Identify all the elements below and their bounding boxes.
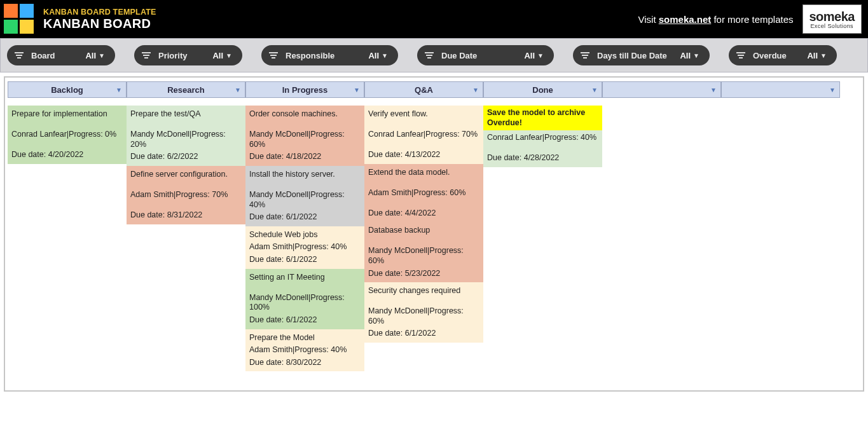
card[interactable]: Schedule Web jobs Adam Smith|Progress: 4…: [245, 226, 364, 269]
card-title-overdue: Save the model to archive Overdue!: [483, 106, 602, 130]
filter-responsible[interactable]: Responsible All ▼: [261, 45, 398, 65]
chevron-down-icon: ▼: [226, 52, 232, 59]
card-title: Verify event flow.: [368, 109, 479, 127]
app-title: KANBAN BOARD: [43, 17, 638, 31]
card-title: Prepare the test/QA: [130, 109, 242, 127]
filter-value: All: [680, 51, 691, 60]
chevron-down-icon: ▼: [537, 52, 544, 59]
chevron-down-icon: ▼: [693, 52, 699, 59]
card-overdue-label: Overdue!: [487, 118, 598, 128]
chevron-down-icon: ▼: [116, 86, 122, 93]
column-header[interactable]: In Progress ▼: [245, 81, 364, 98]
card-title: Schedule Web jobs: [249, 230, 361, 240]
card[interactable]: Verify event flow. Conrad Lanfear|Progre…: [364, 106, 483, 164]
filter-value: All: [807, 51, 818, 60]
chevron-down-icon: ▼: [710, 86, 717, 93]
card-title: Setting an IT Meeting: [249, 273, 361, 291]
card-due: Due date: 5/23/2022: [368, 269, 479, 279]
visit-prefix: Visit: [638, 14, 659, 25]
filter-icon: [15, 52, 25, 58]
card-title: Save the model to archive: [487, 108, 598, 118]
column-title: Research: [167, 85, 205, 95]
card-due: Due date: 4/20/2022: [11, 150, 123, 160]
card-due: Due date: 8/31/2022: [130, 210, 242, 221]
card[interactable]: Define server configuration. Adam Smith|…: [127, 166, 245, 224]
card[interactable]: Security changes required Mandy McDonell…: [364, 282, 483, 343]
card[interactable]: Database backup Mandy McDonell|Progress:…: [364, 222, 483, 282]
column-header[interactable]: ▼: [721, 81, 840, 98]
column-title: Backlog: [51, 85, 83, 95]
chevron-down-icon: ▼: [820, 52, 827, 59]
card[interactable]: Prepare the Model Adam Smith|Progress: 4…: [245, 329, 364, 372]
card-title: Prepare for implementation: [11, 109, 123, 127]
filter-value: All: [368, 51, 379, 60]
card[interactable]: Install the history server. Mandy McDone…: [245, 166, 364, 226]
card-due: Due date: 6/1/2022: [249, 212, 361, 222]
filter-label: Days till Due Date: [597, 51, 675, 60]
brand-box: someka Excel Solutions: [803, 4, 862, 34]
column-in-progress: In Progress ▼ Order console machines. Ma…: [245, 81, 364, 371]
filter-priority[interactable]: Priority All ▼: [134, 45, 242, 65]
chevron-down-icon: ▼: [235, 86, 241, 93]
card-meta: Mandy McDonell|Progress: 60%: [368, 246, 479, 266]
card-due: Due date: 6/1/2022: [249, 255, 361, 265]
filter-label: Due Date: [441, 51, 519, 60]
filter-icon: [425, 52, 435, 58]
card-title: Extend the data model.: [368, 168, 479, 186]
chevron-down-icon: ▼: [829, 86, 836, 93]
chevron-down-icon: ▼: [591, 86, 598, 93]
filter-icon: [269, 52, 279, 58]
filter-value: All: [212, 51, 223, 60]
column-title: Q&A: [415, 85, 433, 95]
card[interactable]: Prepare for implementation Conrad Lanfea…: [8, 106, 127, 164]
filter-value: All: [85, 51, 96, 60]
column-header[interactable]: Q&A ▼: [364, 81, 483, 98]
column-header[interactable]: Done ▼: [483, 81, 602, 98]
filter-icon: [581, 52, 591, 58]
column-header[interactable]: Backlog ▼: [8, 81, 127, 98]
card-meta: Adam Smith|Progress: 40%: [249, 345, 361, 355]
card[interactable]: Order console machines. Mandy McDonell|P…: [245, 106, 364, 166]
column-title: Done: [532, 85, 553, 95]
card-due: Due date: 4/28/2022: [487, 153, 598, 163]
chevron-down-icon: ▼: [472, 86, 479, 93]
card-meta: Adam Smith|Progress: 70%: [130, 190, 242, 208]
card-title: Order console machines.: [249, 109, 361, 127]
app-logo: [4, 4, 36, 34]
chevron-down-icon: ▼: [99, 52, 105, 59]
visit-text: Visit someka.net for more templates: [638, 14, 794, 25]
card[interactable]: Setting an IT Meeting Mandy McDonell|Pro…: [245, 269, 364, 329]
filter-days-till-due[interactable]: Days till Due Date All ▼: [573, 45, 710, 65]
column-header[interactable]: ▼: [602, 81, 721, 98]
card[interactable]: Prepare the test/QA Mandy McDonell|Progr…: [127, 106, 245, 166]
template-name: KANBAN BOARD TEMPLATE: [43, 8, 638, 17]
card-meta: Adam Smith|Progress: 40%: [249, 242, 361, 252]
board-columns: Backlog ▼ Prepare for implementation Con…: [8, 81, 863, 371]
column-empty-1: ▼: [602, 81, 721, 371]
top-bar: KANBAN BOARD TEMPLATE KANBAN BOARD Visit…: [0, 0, 868, 38]
column-header[interactable]: Research ▼: [127, 81, 245, 98]
filter-bar: Board All ▼ Priority All ▼ Responsible A…: [0, 38, 868, 72]
card-meta: Conrad Lanfear|Progress: 40%: [487, 133, 598, 151]
column-qa: Q&A ▼ Verify event flow. Conrad Lanfear|…: [364, 81, 483, 371]
column-done: Done ▼ Save the model to archive Overdue…: [483, 81, 602, 371]
column-backlog: Backlog ▼ Prepare for implementation Con…: [8, 81, 127, 371]
card-title: Install the history server.: [249, 170, 361, 188]
card[interactable]: Extend the data model. Adam Smith|Progre…: [364, 164, 483, 222]
chevron-down-icon: ▼: [354, 86, 360, 93]
filter-icon: [142, 52, 152, 58]
header-texts: KANBAN BOARD TEMPLATE KANBAN BOARD: [43, 8, 638, 31]
filter-overdue[interactable]: Overdue All ▼: [729, 45, 837, 65]
card-meta: Conrad Lanfear|Progress: 0%: [11, 130, 123, 147]
filter-due-date[interactable]: Due Date All ▼: [417, 45, 554, 65]
card-due: Due date: 4/4/2022: [368, 209, 479, 219]
filter-label: Overdue: [753, 51, 802, 60]
card-due: Due date: 4/18/2022: [249, 152, 361, 162]
card-meta: Mandy McDonell|Progress: 60%: [249, 130, 361, 149]
card[interactable]: Save the model to archive Overdue! Conra…: [483, 106, 602, 167]
brand-main: someka: [809, 10, 855, 24]
visit-link[interactable]: someka.net: [659, 14, 712, 25]
filter-icon: [736, 52, 747, 58]
filter-board[interactable]: Board All ▼: [7, 45, 115, 65]
card-meta: Mandy McDonell|Progress: 40%: [249, 190, 361, 210]
